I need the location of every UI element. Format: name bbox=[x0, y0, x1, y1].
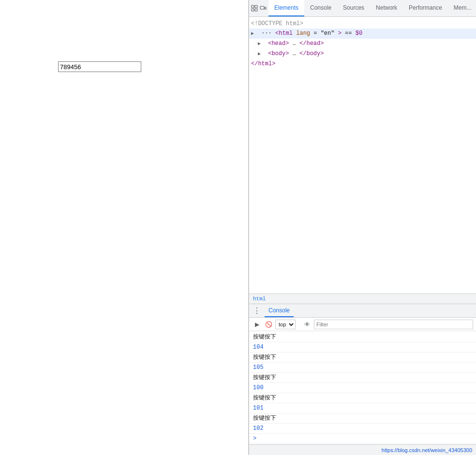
doctype-line: <!DOCTYPE html> bbox=[249, 19, 476, 29]
console-entry: 按键按下 bbox=[249, 352, 476, 363]
page-content bbox=[0, 0, 249, 455]
tab-network[interactable]: Network bbox=[370, 0, 403, 16]
console-entry: 100 bbox=[249, 383, 476, 393]
console-output: 按键按下104按键按下105按键按下100按键按下101按键按下102> bbox=[249, 331, 476, 444]
console-section: ⋮ Console ▶ 🚫 top 👁 按键按下104按键按下105按键按下10… bbox=[249, 304, 476, 444]
devtools-panel: Elements Console Sources Network Perform… bbox=[249, 0, 476, 455]
body-line[interactable]: ▶ <body> … </body> bbox=[249, 49, 476, 59]
console-entry: 101 bbox=[249, 403, 476, 413]
context-select[interactable]: top bbox=[275, 320, 296, 329]
elements-panel: <!DOCTYPE html> ▶ ··· <html lang = "en" … bbox=[249, 17, 476, 294]
tab-elements[interactable]: Elements bbox=[268, 0, 304, 16]
breadcrumb-html[interactable]: html bbox=[253, 296, 266, 302]
status-bar: https://blog.csdn.net/weixin_43405300 bbox=[249, 444, 476, 455]
svg-rect-1 bbox=[255, 5, 257, 8]
tab-performance[interactable]: Performance bbox=[403, 0, 448, 16]
close-html-line: </html> bbox=[249, 59, 476, 69]
execute-icon[interactable]: ▶ bbox=[252, 320, 262, 329]
body-expand-triangle[interactable]: ▶ bbox=[258, 50, 265, 59]
console-menu-icon[interactable]: ⋮ bbox=[253, 307, 261, 315]
devtools-tabs-bar: Elements Console Sources Network Perform… bbox=[249, 0, 476, 17]
console-entry: 104 bbox=[249, 342, 476, 352]
html-expand-triangle[interactable]: ▶ bbox=[251, 29, 258, 38]
console-tabs-bar: ⋮ Console bbox=[249, 304, 476, 318]
svg-rect-0 bbox=[252, 5, 254, 8]
svg-rect-4 bbox=[260, 6, 264, 9]
filter-input[interactable] bbox=[314, 320, 473, 329]
page-main-input[interactable] bbox=[58, 61, 141, 72]
console-entry: 102 bbox=[249, 424, 476, 434]
main-layout: Elements Console Sources Network Perform… bbox=[0, 0, 476, 455]
console-prompt[interactable]: > bbox=[249, 434, 476, 444]
head-expand-triangle[interactable]: ▶ bbox=[258, 40, 265, 48]
inspect-icon[interactable] bbox=[251, 3, 258, 13]
breadcrumb-bar: html bbox=[249, 294, 476, 304]
console-entry: 105 bbox=[249, 363, 476, 373]
svg-rect-3 bbox=[255, 9, 257, 11]
tab-console[interactable]: Console bbox=[304, 0, 337, 16]
console-toolbar: ▶ 🚫 top 👁 bbox=[249, 318, 476, 331]
console-tab-console[interactable]: Console bbox=[265, 304, 294, 317]
eye-icon[interactable]: 👁 bbox=[302, 320, 312, 329]
svg-rect-5 bbox=[265, 7, 266, 9]
device-toggle-icon[interactable] bbox=[260, 3, 267, 13]
html-root-line[interactable]: ▶ ··· <html lang = "en" > == $0 bbox=[249, 29, 476, 39]
console-entry: 按键按下 bbox=[249, 393, 476, 403]
console-entry: 按键按下 bbox=[249, 373, 476, 383]
head-line[interactable]: ▶ <head> … </head> bbox=[249, 39, 476, 49]
status-url: https://blog.csdn.net/weixin_43405300 bbox=[382, 447, 472, 453]
console-entry: 按键按下 bbox=[249, 332, 476, 342]
tab-sources[interactable]: Sources bbox=[337, 0, 370, 16]
svg-rect-2 bbox=[252, 9, 254, 11]
tab-memory[interactable]: Mem... bbox=[448, 0, 476, 16]
clear-console-icon[interactable]: 🚫 bbox=[264, 320, 273, 329]
console-entry: 按键按下 bbox=[249, 413, 476, 424]
